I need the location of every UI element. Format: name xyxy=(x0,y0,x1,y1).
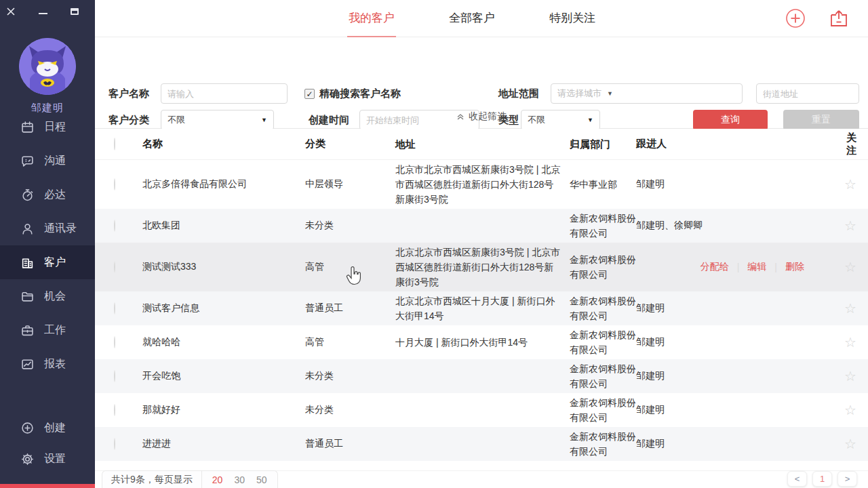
sidebar-item-label: 日程 xyxy=(44,120,66,134)
row-select-radio[interactable] xyxy=(114,370,115,382)
row-action-编辑[interactable]: 编辑 xyxy=(747,261,766,273)
add-customer-button[interactable] xyxy=(785,8,806,28)
row-action-分配给[interactable]: 分配给 xyxy=(701,261,729,273)
customer-follower-cell: 分配给|编辑|删除 xyxy=(636,261,837,273)
column-category: 分类 xyxy=(305,138,395,150)
row-select-radio[interactable] xyxy=(114,261,115,273)
filter-panel: 客户名称 ✓ 精确搜索客户名称 地址范围 请选择城市 ▼ 客户分类 不限 ▼ 创… xyxy=(95,37,868,129)
tab-我的客户[interactable]: 我的客户 xyxy=(347,0,396,37)
sidebar-item-folder[interactable]: 机会 xyxy=(0,279,95,313)
page-size-50[interactable]: 50 xyxy=(256,474,267,485)
gear-icon xyxy=(20,452,34,466)
star-icon[interactable]: ☆ xyxy=(844,403,856,418)
customer-department: 金新农饲料股份有限公司 xyxy=(570,293,636,323)
row-select-cell xyxy=(114,337,142,348)
action-separator: | xyxy=(737,262,740,272)
close-button[interactable] xyxy=(4,5,18,18)
favorite-cell: ☆ xyxy=(837,219,856,232)
city-select[interactable]: 请选择城市 ▼ xyxy=(551,83,743,104)
bottom-red-strip xyxy=(0,484,95,488)
action-separator: | xyxy=(774,262,777,272)
collapse-filters-button[interactable]: 收起筛选 xyxy=(95,105,868,128)
record-count-summary: 共计9条，每页显示 xyxy=(102,471,202,488)
select-all-radio[interactable] xyxy=(114,138,115,150)
table-row[interactable]: 开会吃饱未分类金新农饲料股份有限公司邹建明☆ xyxy=(95,359,868,393)
star-icon[interactable]: ☆ xyxy=(844,436,856,451)
row-select-radio[interactable] xyxy=(114,220,115,232)
table-row[interactable]: 那就好好未分类金新农饲料股份有限公司邹建明☆ xyxy=(95,393,868,427)
row-select-cell xyxy=(114,220,142,231)
table-row[interactable]: 北京多倍得食品有限公司中层领导北京市北京市西城区新康街3号院 | 北京市西城区德… xyxy=(95,160,868,209)
customer-department: 金新农饲料股份有限公司 xyxy=(570,429,636,459)
customer-follower-cell: 邹建明 xyxy=(636,370,837,382)
page-size-30[interactable]: 30 xyxy=(234,474,245,485)
exact-search-checkbox[interactable]: ✓ xyxy=(304,89,315,99)
star-icon[interactable]: ☆ xyxy=(844,177,856,192)
customer-name: 开会吃饱 xyxy=(142,370,305,382)
table-row[interactable]: 进进进普通员工金新农饲料股份有限公司邹建明☆ xyxy=(95,427,868,461)
customer-name: 北京多倍得食品有限公司 xyxy=(142,178,305,190)
sidebar-item-plus-circle[interactable]: 创建 xyxy=(0,412,95,443)
sidebar-item-briefcase[interactable]: 工作 xyxy=(0,313,95,347)
customer-name: 就哈哈哈 xyxy=(142,336,305,348)
star-icon[interactable]: ☆ xyxy=(844,218,856,233)
row-action-删除[interactable]: 删除 xyxy=(785,261,804,273)
sidebar-item-gear[interactable]: 设置 xyxy=(0,443,95,474)
prev-page-button[interactable]: < xyxy=(787,471,807,487)
table-row[interactable]: 就哈哈哈高管十月大厦 | 新街口外大街甲14号金新农饲料股份有限公司邹建明☆ xyxy=(95,325,868,359)
sidebar-item-contacts[interactable]: 通讯录 xyxy=(0,211,95,245)
current-page-button[interactable]: 1 xyxy=(812,471,832,487)
page-size-20[interactable]: 20 xyxy=(212,474,223,485)
customer-address: 北京北京市西城区新康街3号院 | 北京市西城区德胜街道新街口外大街128号新康街… xyxy=(395,245,570,289)
column-department: 归属部门 xyxy=(570,137,636,152)
sidebar-item-label: 设置 xyxy=(44,452,66,466)
street-address-input[interactable] xyxy=(756,83,859,104)
customer-category: 未分类 xyxy=(305,404,395,416)
avatar[interactable] xyxy=(19,38,76,95)
calendar-icon xyxy=(20,120,34,134)
customer-follower: 邹建明 xyxy=(636,438,665,450)
customer-follower: 邹建明、徐卿卿 xyxy=(636,220,703,232)
maximize-button[interactable] xyxy=(68,5,81,18)
customer-category: 未分类 xyxy=(305,370,395,382)
row-select-radio[interactable] xyxy=(114,178,115,190)
table-row[interactable]: 测试测试333高管北京北京市西城区新康街3号院 | 北京市西城区德胜街道新街口外… xyxy=(95,243,868,291)
star-icon[interactable]: ☆ xyxy=(844,301,856,316)
customer-department: 金新农饲料股份有限公司 xyxy=(570,211,636,241)
sidebar-item-chat[interactable]: 沟通 xyxy=(0,144,95,178)
table-row[interactable]: 测试客户信息普通员工北京北京市西城区十月大厦 | 新街口外大街甲14号金新农饲料… xyxy=(95,291,868,325)
folder-icon xyxy=(20,289,34,303)
customer-name-input[interactable] xyxy=(161,83,288,104)
tab-特别关注[interactable]: 特别关注 xyxy=(548,0,597,37)
sidebar-item-calendar[interactable]: 日程 xyxy=(0,110,95,144)
row-select-radio[interactable] xyxy=(114,336,115,348)
topbar-icons xyxy=(785,8,849,28)
favorite-cell: ☆ xyxy=(837,369,856,383)
favorite-cell: ☆ xyxy=(837,336,856,349)
close-icon xyxy=(6,7,16,16)
export-icon xyxy=(829,8,849,28)
sidebar-item-report[interactable]: 报表 xyxy=(0,347,95,381)
star-icon[interactable]: ☆ xyxy=(844,335,856,350)
export-button[interactable] xyxy=(829,8,849,28)
minimize-button[interactable] xyxy=(36,5,50,18)
customer-follower-cell: 邹建明 xyxy=(636,178,837,190)
customer-department: 金新农饲料股份有限公司 xyxy=(570,252,636,282)
row-select-radio[interactable] xyxy=(114,404,115,416)
star-icon[interactable]: ☆ xyxy=(844,260,856,274)
next-page-button[interactable]: > xyxy=(837,471,857,487)
favorite-cell: ☆ xyxy=(837,302,856,315)
star-icon[interactable]: ☆ xyxy=(844,369,856,384)
customer-category: 高管 xyxy=(305,336,395,348)
customer-name-label: 客户名称 xyxy=(108,83,149,104)
sidebar-item-customers[interactable]: 客户 xyxy=(0,245,95,279)
customer-name: 测试客户信息 xyxy=(142,302,305,314)
row-select-radio[interactable] xyxy=(114,302,115,314)
sidebar-item-label: 必达 xyxy=(44,188,66,202)
sidebar-item-label: 报表 xyxy=(44,357,66,371)
tab-全部客户[interactable]: 全部客户 xyxy=(448,0,496,37)
main-content: 我的客户全部客户特别关注 客户名称 ✓ 精确搜索客户名称 地址范围 xyxy=(95,0,868,488)
table-row[interactable]: 北欧集团未分类金新农饲料股份有限公司邹建明、徐卿卿☆ xyxy=(95,209,868,243)
row-select-radio[interactable] xyxy=(114,438,115,450)
sidebar-item-stopwatch[interactable]: 必达 xyxy=(0,178,95,211)
